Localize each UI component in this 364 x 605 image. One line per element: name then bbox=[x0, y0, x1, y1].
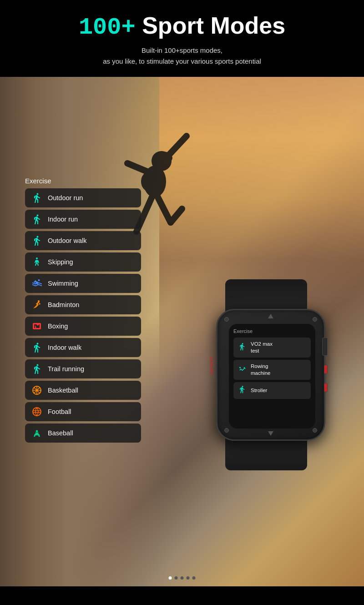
list-item: Skipping bbox=[25, 252, 141, 272]
list-item: Outdoor walk bbox=[25, 231, 141, 250]
watch-band-top bbox=[225, 279, 307, 311]
outdoor-walk-label: Outdoor walk bbox=[48, 237, 86, 244]
sport-text: SPORT bbox=[209, 356, 214, 374]
indoor-run-label: Indoor run bbox=[48, 216, 78, 223]
dot-4[interactable] bbox=[187, 576, 190, 580]
title-highlight: 100+ bbox=[79, 14, 136, 41]
list-item: Indoor walk bbox=[25, 338, 141, 357]
bolt-tr bbox=[313, 317, 317, 322]
watch-list-item: Rowingmachine bbox=[233, 360, 311, 380]
watch-side-btn-1[interactable] bbox=[322, 338, 328, 356]
watch-screen-content: Exercise VO2 maxtest Rowingmachine bbox=[229, 324, 315, 429]
svg-point-11 bbox=[37, 323, 39, 326]
basketball-icon bbox=[30, 384, 43, 397]
watch-screen: Exercise VO2 maxtest Rowingmachine bbox=[229, 324, 315, 429]
stroller-label: Stroller bbox=[251, 387, 267, 394]
subtitle: Built-in 100+sports modes, as you like, … bbox=[18, 45, 346, 67]
list-item: Indoor run bbox=[25, 210, 141, 229]
page-dots bbox=[169, 576, 196, 580]
outdoor-run-label: Outdoor run bbox=[48, 194, 83, 202]
dot-1[interactable] bbox=[169, 576, 172, 580]
exercise-panel: Exercise Outdoor run Indoor run Outdoor … bbox=[25, 177, 141, 445]
list-item: Basketball bbox=[25, 381, 141, 400]
dot-2[interactable] bbox=[175, 576, 178, 580]
watch-nav-up[interactable] bbox=[268, 314, 273, 318]
list-item: Badminton bbox=[25, 295, 141, 314]
svg-point-7 bbox=[141, 171, 157, 192]
exercise-panel-label: Exercise bbox=[25, 177, 141, 185]
bolt-bl bbox=[224, 428, 229, 433]
watch-band-bottom bbox=[225, 439, 307, 470]
dot-3[interactable] bbox=[181, 576, 184, 580]
vo2-icon bbox=[237, 343, 247, 353]
skipping-label: Skipping bbox=[48, 258, 73, 266]
list-item: Baseball bbox=[25, 424, 141, 443]
title-rest: Sport Modes bbox=[136, 12, 285, 39]
watch-device: SPORT Exercise VO2 maxtest bbox=[202, 304, 339, 477]
football-icon bbox=[30, 405, 43, 418]
football-label: Football bbox=[48, 408, 71, 415]
header-section: 100+ Sport Modes Built-in 100+sports mod… bbox=[0, 0, 364, 77]
rowing-icon bbox=[237, 365, 247, 375]
main-area: Exercise Outdoor run Indoor run Outdoor … bbox=[0, 77, 364, 586]
trail-running-icon bbox=[30, 363, 43, 375]
rowing-label: Rowingmachine bbox=[251, 363, 270, 377]
svg-point-13 bbox=[33, 408, 41, 416]
watch-list-item: VO2 maxtest bbox=[233, 338, 311, 358]
list-item: Swimming bbox=[25, 274, 141, 293]
svg-point-15 bbox=[239, 367, 241, 368]
badminton-label: Badminton bbox=[48, 301, 79, 308]
dot-5[interactable] bbox=[192, 576, 196, 580]
outdoor-walk-icon bbox=[30, 234, 43, 247]
svg-line-5 bbox=[156, 193, 171, 222]
list-item: Football bbox=[25, 402, 141, 421]
watch-list-item: Stroller bbox=[233, 382, 311, 399]
boxing-icon bbox=[30, 320, 43, 333]
watch-side-btn-red-2[interactable] bbox=[324, 383, 328, 392]
swimming-label: Swimming bbox=[48, 280, 78, 287]
basketball-label: Basketball bbox=[48, 387, 78, 394]
svg-point-8 bbox=[152, 151, 172, 164]
indoor-walk-icon bbox=[30, 341, 43, 354]
swimming-icon bbox=[30, 277, 43, 290]
watch-nav-down[interactable] bbox=[268, 431, 273, 436]
vo2-label: VO2 maxtest bbox=[251, 341, 273, 354]
watch-body: SPORT Exercise VO2 maxtest bbox=[216, 309, 325, 441]
trail-running-label: Trail running bbox=[48, 365, 84, 373]
watch-side-btn-red-1[interactable] bbox=[324, 365, 328, 374]
list-item: Outdoor run bbox=[25, 188, 141, 207]
bolt-tl bbox=[224, 317, 229, 322]
baseball-icon bbox=[30, 427, 43, 439]
skipping-icon bbox=[30, 256, 43, 268]
watch-exercise-label: Exercise bbox=[233, 328, 311, 334]
main-title: 100+ Sport Modes bbox=[18, 13, 346, 40]
badminton-icon bbox=[30, 298, 43, 311]
indoor-walk-label: Indoor walk bbox=[48, 344, 81, 351]
svg-point-9 bbox=[36, 257, 38, 259]
list-item: Trail running bbox=[25, 359, 141, 378]
svg-line-6 bbox=[171, 209, 182, 222]
stroller-icon bbox=[237, 385, 247, 396]
baseball-label: Baseball bbox=[48, 429, 73, 437]
watch-outer: SPORT Exercise VO2 maxtest bbox=[212, 304, 330, 445]
bolt-br bbox=[313, 428, 317, 433]
boxing-label: Boxing bbox=[48, 323, 68, 330]
indoor-run-icon bbox=[30, 213, 43, 226]
list-item: Boxing bbox=[25, 317, 141, 336]
outdoor-run-icon bbox=[30, 192, 43, 204]
svg-point-14 bbox=[36, 430, 38, 433]
